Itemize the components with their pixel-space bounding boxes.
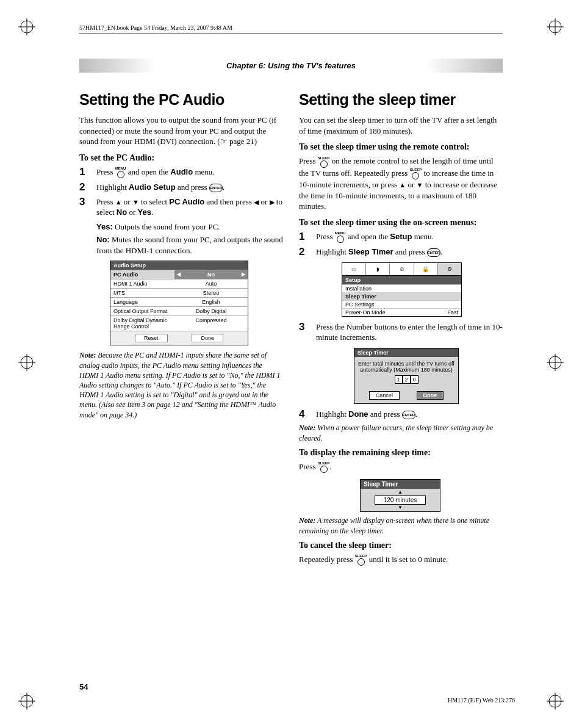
yes-description: Yes: Outputs the sound from your PC. (96, 222, 283, 232)
enter-button-icon: ENTER (209, 184, 223, 192)
right-arrow-icon: ▶ (270, 198, 275, 206)
sleep-button-icon: SLEEP (355, 554, 367, 566)
subheading-remaining: To display the remaining sleep time: (299, 448, 503, 458)
menu-row: HDMI 1 AudioAuto (110, 279, 248, 288)
manual-page: 57HM117_EN.book Page 54 Friday, March 23… (0, 0, 582, 728)
crop-mark-icon (547, 354, 564, 371)
remote-instructions: Press SLEEP on the remote control to set… (299, 156, 503, 212)
step-2: 2 Highlight Sleep Timer and press ENTER. (299, 247, 503, 258)
step-1: 1 Press MENU and open the Audio menu. (79, 167, 283, 179)
sleep-button-icon: SLEEP (318, 156, 330, 168)
down-arrow-icon: ▼ (132, 198, 139, 206)
setup-menu: ▭ ◗ ⎚ 🔒 ⚙ Setup Installation Sleep Timer… (342, 262, 462, 317)
setup-row-sleep-timer: Sleep Timer (342, 292, 461, 300)
menu-button-row: Reset Done (110, 331, 248, 345)
setup-header: Setup (342, 276, 461, 284)
subheading-cancel: To cancel the sleep timer: (299, 541, 503, 550)
digit: 1 (395, 375, 403, 384)
down-arrow-icon: ▼ (417, 181, 423, 189)
done-button: Done (417, 391, 444, 400)
note-pc-audio: Note: Because the PC and HDMI-1 inputs s… (79, 350, 283, 419)
audio-setup-menu: Audio Setup PC Audio◀No▶ HDMI 1 AudioAut… (110, 261, 248, 345)
tab-icon: ▭ (342, 263, 366, 275)
menu-button-icon: MENU (115, 167, 126, 178)
subheading-onscreen: To set the sleep timer using the on-scre… (299, 218, 503, 228)
menu-row: LanguageEnglish (110, 297, 248, 306)
intro-text: This function allows you to output the s… (79, 115, 283, 147)
footer-code: HM117 (E/F) Web 213:276 (448, 697, 515, 704)
subheading-set-pc-audio: To set the PC Audio: (79, 153, 283, 163)
intro-text: You can set the sleep timer to turn off … (299, 115, 503, 136)
menu-button-icon: MENU (335, 231, 346, 243)
step-1: 1 Press MENU and open the Setup menu. (299, 231, 503, 243)
up-arrow-icon: ▲ (115, 198, 122, 206)
up-arrow-icon: ▲ (399, 181, 406, 189)
step-3: 3 Press ▲ or ▼ to select PC Audio and th… (79, 196, 283, 218)
crop-mark-icon (18, 693, 35, 710)
setup-row: Power-On ModeFast (342, 308, 461, 316)
step-2: 2 Highlight Audio Setup and press ENTER. (79, 182, 283, 193)
no-description: No: Mutes the sound from your PC, and ou… (96, 234, 283, 256)
crop-mark-icon (18, 354, 35, 371)
section-title-sleep-timer: Setting the sleep timer (299, 91, 503, 109)
tab-icon: ⎚ (390, 263, 414, 275)
tab-icon: ◗ (366, 263, 390, 275)
sleep-timer-dialog: Sleep Timer Enter total minutes until th… (354, 348, 459, 404)
setup-row: Installation (342, 284, 461, 292)
tab-icon-selected: ⚙ (438, 263, 461, 275)
remaining-value: 120 minutes (375, 496, 426, 505)
menu-row: MTSStereo (110, 288, 248, 297)
cancel-button: Cancel (369, 391, 400, 400)
down-arrow-icon: ▼ (361, 505, 440, 510)
dialog-message: Enter total minutes until the TV turns o… (358, 361, 454, 373)
remaining-time-display: Sleep Timer ▲ 120 minutes ▼ (360, 479, 440, 512)
crop-mark-icon (18, 18, 35, 35)
left-arrow-icon: ◀ (177, 272, 181, 277)
menu-row: Dolby Digital Dynamic Range ControlCompr… (110, 315, 248, 331)
menu-row-pc-audio: PC Audio◀No▶ (110, 270, 248, 279)
display-title: Sleep Timer (361, 480, 440, 489)
enter-button-icon: ENTER (427, 248, 440, 257)
remaining-instructions: Press SLEEP. (299, 461, 503, 474)
page-number: 54 (79, 682, 88, 691)
digit: 2 (403, 375, 411, 384)
sleep-button-icon: SLEEP (410, 168, 422, 179)
tab-icon: 🔒 (414, 263, 438, 275)
left-column: Setting the PC Audio This function allow… (79, 91, 283, 572)
note-power-failure: Note: When a power failure occurs, the s… (299, 423, 503, 442)
menu-title: Audio Setup (110, 261, 248, 270)
right-arrow-icon: ▶ (242, 272, 245, 277)
header-rule (79, 34, 503, 34)
reset-button: Reset (135, 334, 168, 342)
dialog-title: Sleep Timer (354, 348, 458, 357)
subheading-remote: To set the sleep timer using the remote … (299, 142, 503, 152)
crop-mark-icon (547, 18, 564, 35)
step-3: 3Press the Number buttons to enter the l… (299, 322, 503, 343)
chapter-title: Chapter 6: Using the TV's features (79, 59, 503, 73)
header-meta: 57HM117_EN.book Page 54 Friday, March 23… (79, 24, 533, 31)
setup-tabs: ▭ ◗ ⎚ 🔒 ⚙ (342, 263, 461, 276)
digit: 0 (411, 375, 419, 384)
up-arrow-icon: ▲ (361, 490, 440, 495)
step-4: 4 Highlight Done and press ENTER. (299, 409, 503, 420)
note-one-minute: Note: A message will display on-screen w… (299, 516, 503, 535)
crop-mark-icon (547, 693, 564, 710)
left-arrow-icon: ◀ (254, 198, 259, 206)
setup-row: PC Settings (342, 300, 461, 308)
enter-button-icon: ENTER (402, 411, 415, 419)
done-button: Done (192, 334, 223, 342)
menu-row: Optical Output FormatDolby Digital (110, 306, 248, 315)
right-column: Setting the sleep timer You can set the … (299, 91, 503, 572)
cancel-instructions: Repeatedly press SLEEP until it is set t… (299, 554, 503, 566)
digit-entry: 1 2 0 (358, 375, 454, 384)
sleep-button-icon: SLEEP (318, 461, 330, 473)
section-title-pc-audio: Setting the PC Audio (79, 91, 283, 109)
